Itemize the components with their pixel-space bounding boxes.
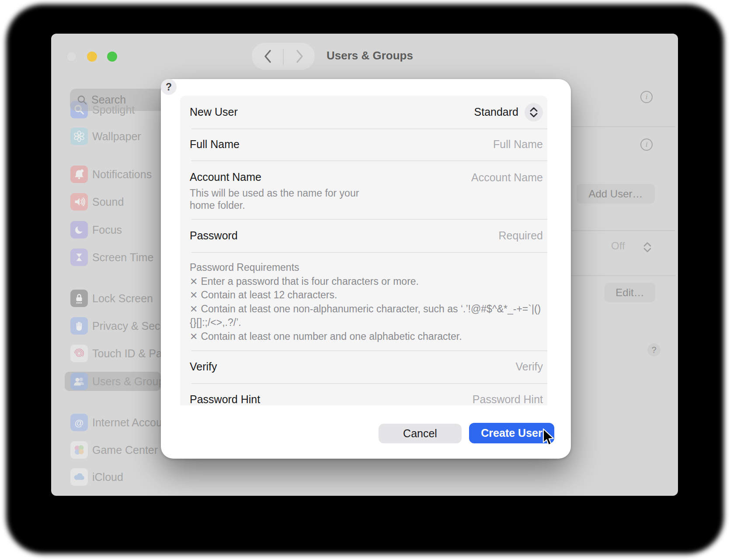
unmet-x-icon: ✕ [190, 288, 198, 302]
full-name-label: Full Name [190, 138, 240, 151]
sidebar-item-icloud[interactable]: iCloud [65, 467, 163, 487]
create-user-button[interactable]: Create User [469, 423, 554, 443]
privacy-hand-icon [70, 317, 88, 335]
internet-accounts-icon: @ [70, 414, 88, 431]
cursor-arrow-icon [542, 428, 555, 447]
requirement-item: ✕Contain at least 12 characters. [190, 288, 543, 302]
sidebar-item-screen-time[interactable]: Screen Time [65, 248, 163, 267]
sidebar-item-lock-screen[interactable]: Lock Screen [65, 289, 163, 308]
back-button[interactable] [262, 48, 274, 66]
sidebar-item-sound[interactable]: Sound [65, 192, 163, 211]
row-divider [191, 252, 547, 253]
sidebar-item-label: Notifications [92, 168, 152, 181]
unmet-x-icon: ✕ [190, 275, 198, 289]
nav-divider [283, 49, 284, 65]
account-name-label: Account Name [190, 171, 261, 183]
sidebar-item-wallpaper[interactable]: Wallpaper [65, 127, 163, 146]
content-divider [571, 230, 675, 231]
password-label: Password [190, 229, 238, 242]
page-title: Users & Groups [327, 49, 413, 62]
dialog-help-button[interactable]: ? [161, 79, 177, 95]
focus-icon [70, 221, 88, 239]
content-divider [572, 126, 675, 127]
password-hint-label: Password Hint [190, 393, 260, 405]
content-divider [571, 275, 675, 276]
unmet-x-icon: ✕ [190, 330, 198, 344]
password-row: Password Required [180, 219, 547, 252]
search-placeholder: Search [91, 93, 126, 106]
full-name-row: Full Name Full Name [180, 128, 547, 160]
password-hint-row: Password Hint Password Hint [180, 383, 547, 405]
sidebar-item-users-groups[interactable]: Users & Groups [65, 372, 161, 391]
sound-icon [70, 193, 88, 211]
password-requirements-title: Password Requirements [190, 261, 543, 275]
verify-field[interactable]: Verify [515, 360, 543, 373]
verify-row: Verify Verify [180, 350, 547, 383]
password-field[interactable]: Required [499, 229, 543, 242]
new-user-dialog: New User Standard Full Name Full Name Ac… [161, 79, 571, 459]
off-dropdown[interactable] [642, 241, 653, 256]
account-type-dropdown[interactable] [525, 103, 543, 121]
account-name-caption: This will be used as the name for your h… [190, 187, 365, 211]
icloud-icon [70, 468, 88, 486]
requirement-item: ✕Contain at least one non-alphanumeric c… [190, 302, 543, 330]
full-name-field[interactable]: Full Name [493, 138, 543, 151]
cancel-button[interactable]: Cancel [379, 424, 462, 443]
sidebar-item-notifications[interactable]: Notifications [65, 165, 163, 184]
requirement-item: ✕Enter a password that is four character… [190, 275, 543, 289]
account-type-value: Standard [474, 106, 518, 118]
close-button[interactable] [66, 52, 76, 62]
minimize-button[interactable] [87, 52, 97, 62]
chevron-left-icon [262, 48, 274, 64]
password-requirements: Password Requirements ✕Enter a password … [190, 261, 543, 343]
chevron-up-down-icon [528, 106, 539, 119]
screen: Users & Groups Spotlight Wallpaper Notif… [0, 0, 730, 560]
chevron-right-icon [294, 48, 305, 64]
automatic-login-value: Off [611, 240, 625, 252]
sidebar-item-label: Users & Groups [92, 375, 170, 388]
sidebar-item-touch-id[interactable]: Touch ID & Password [65, 344, 163, 363]
sidebar-item-label: Sound [92, 196, 124, 208]
add-user-button[interactable]: Add User… [577, 184, 655, 204]
edit-button[interactable]: Edit… [605, 283, 655, 302]
sidebar-item-label: Game Center [92, 444, 158, 456]
new-user-form: New User Standard Full Name Full Name Ac… [180, 96, 547, 405]
touch-id-icon [70, 345, 88, 362]
help-button-background[interactable]: ? [647, 343, 660, 356]
info-icon[interactable]: i [640, 91, 653, 103]
mouse-cursor [542, 428, 555, 449]
zoom-button[interactable] [107, 52, 117, 62]
unmet-x-icon: ✕ [190, 302, 198, 316]
forward-button[interactable] [294, 48, 305, 66]
sidebar-item-privacy-security[interactable]: Privacy & Security [65, 316, 163, 335]
sidebar-item-label: Focus [92, 224, 122, 236]
verify-label: Verify [190, 360, 217, 373]
sidebar-item-label: iCloud [92, 471, 123, 484]
account-name-field[interactable]: Account Name [471, 171, 543, 184]
chevron-up-down-icon [642, 241, 653, 254]
new-user-row: New User Standard [180, 96, 547, 128]
new-user-label: New User [190, 106, 238, 118]
account-name-row: Account Name This will be used as the na… [180, 160, 547, 219]
search-icon [77, 95, 87, 105]
lock-screen-icon [70, 290, 88, 307]
notifications-icon [70, 166, 88, 183]
wallpaper-icon [70, 128, 88, 145]
svg-text:@: @ [75, 418, 83, 428]
users-groups-icon [70, 373, 88, 390]
sidebar-item-game-center[interactable]: Game Center [65, 440, 163, 460]
sidebar-item-label: Lock Screen [92, 292, 153, 305]
requirement-item: ✕Contain at least one number and one alp… [190, 330, 543, 344]
sidebar-item-label: Wallpaper [92, 130, 141, 143]
info-icon[interactable]: i [640, 138, 653, 151]
sidebar-item-internet-accounts[interactable]: @ Internet Accounts [65, 413, 163, 432]
sidebar-item-label: Screen Time [92, 251, 153, 264]
game-center-icon [70, 441, 88, 459]
screen-time-icon [70, 249, 88, 266]
password-hint-field[interactable]: Password Hint [473, 393, 543, 405]
sidebar-item-focus[interactable]: Focus [65, 220, 163, 239]
